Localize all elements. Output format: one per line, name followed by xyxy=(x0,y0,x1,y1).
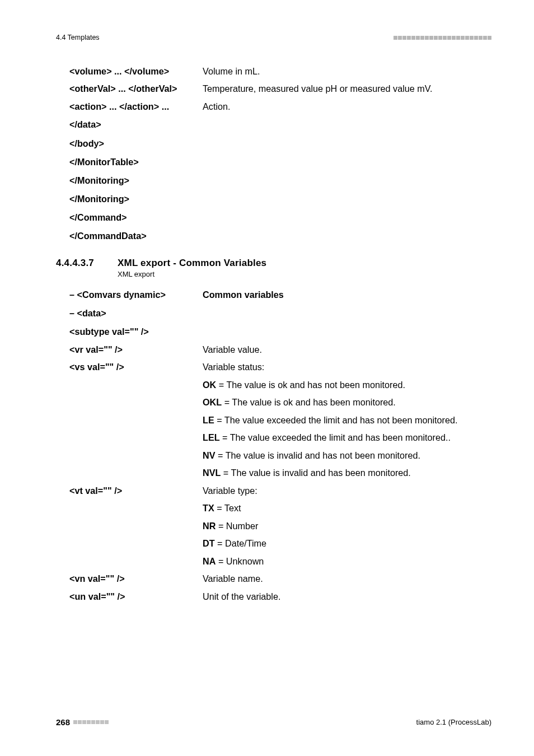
xml-tag: </body> xyxy=(69,137,203,151)
xml-tag: <subtype val="" /> xyxy=(69,325,203,339)
xml-tag: – <data> xyxy=(69,306,203,320)
footer-decoration xyxy=(73,720,109,724)
def-row: <action> ... </action> ... Action. xyxy=(69,100,491,113)
xml-tag: <volume> ... </volume> xyxy=(69,65,203,78)
breadcrumb: 4.4 Templates xyxy=(56,34,100,41)
def-row: – <Comvars dynamic> Common variables xyxy=(69,288,491,301)
status-text: = The value exceeded the limit and has b… xyxy=(220,432,451,442)
type-row: TX = Text xyxy=(69,502,491,515)
status-row: NV = The value is invalid and has not be… xyxy=(69,449,491,462)
xml-desc: Variable name. xyxy=(203,572,491,585)
type-row: NR = Number xyxy=(69,520,491,533)
status-text: = The value is invalid and has not been … xyxy=(216,450,420,460)
xml-tag: </data> xyxy=(69,118,203,132)
def-row: <vs val="" /> Variable status: xyxy=(69,361,491,374)
xml-tag: <vs val="" /> xyxy=(69,361,203,374)
xml-tag: <vr val="" /> xyxy=(69,343,203,356)
xml-tag: <otherVal> ... </otherVal> xyxy=(69,82,203,95)
type-row: NA = Unknown xyxy=(69,555,491,568)
status-row: LE = The value exceeded the limit and ha… xyxy=(69,414,491,427)
page-content: <volume> ... </volume> Volume in mL. <ot… xyxy=(56,65,491,603)
xml-tag: – <Comvars dynamic> xyxy=(69,288,203,301)
xml-desc: Common variables xyxy=(203,288,491,301)
page-number: 268 xyxy=(56,717,70,727)
section-heading: 4.4.4.3.7 XML export - Common Variables xyxy=(56,258,491,269)
xml-tag: <un val="" /> xyxy=(69,590,203,603)
xml-tag: </MonitorTable> xyxy=(69,155,203,169)
xml-tag: <action> ... </action> ... xyxy=(69,100,203,113)
status-code: NVL xyxy=(203,468,221,478)
xml-desc: Unit of the variable. xyxy=(203,590,491,603)
status-code: OKL xyxy=(203,397,222,407)
heading-subtitle: XML export xyxy=(118,270,491,278)
status-text: = The value is ok and has been monitored… xyxy=(222,397,396,407)
status-code: LE xyxy=(203,415,214,425)
type-code: NA xyxy=(203,556,216,566)
header-decoration xyxy=(394,36,491,40)
type-code: TX xyxy=(203,503,214,513)
product-name: tiamo 2.1 (ProcessLab) xyxy=(416,718,491,726)
type-code: NR xyxy=(203,521,216,531)
xml-tag: <vn val="" /> xyxy=(69,572,203,585)
def-row: <volume> ... </volume> Volume in mL. xyxy=(69,65,491,78)
xml-tag: <vt val="" /> xyxy=(69,484,203,497)
status-code: OK xyxy=(203,380,216,390)
xml-desc: Action. xyxy=(203,100,491,113)
status-row: NVL = The value is invalid and has been … xyxy=(69,466,491,479)
page-number-wrap: 268 xyxy=(56,717,109,727)
status-row: OKL = The value is ok and has been monit… xyxy=(69,396,491,409)
def-row: <vt val="" /> Variable type: xyxy=(69,484,491,497)
xml-desc: Temperature, measured value pH or measur… xyxy=(203,82,491,95)
xml-desc: Variable value. xyxy=(203,343,491,356)
status-text: = The value exceeded the limit and has n… xyxy=(214,415,458,425)
xml-tag: </Command> xyxy=(69,211,203,225)
page-footer: 268 tiamo 2.1 (ProcessLab) xyxy=(56,717,491,727)
type-row: DT = Date/Time xyxy=(69,537,491,550)
heading-title: XML export - Common Variables xyxy=(118,258,266,269)
status-row: OK = The value is ok and has not been mo… xyxy=(69,379,491,391)
xml-tag: </Monitoring> xyxy=(69,192,203,206)
xml-tag: </Monitoring> xyxy=(69,174,203,188)
type-text: = Date/Time xyxy=(215,538,267,548)
def-row: <vn val="" /> Variable name. xyxy=(69,572,491,585)
xml-tag: </CommandData> xyxy=(69,229,203,243)
status-text: = The value is invalid and has been moni… xyxy=(221,468,410,478)
type-text: = Text xyxy=(214,503,241,513)
status-row: LEL = The value exceeded the limit and h… xyxy=(69,431,491,444)
type-text: = Number xyxy=(216,521,258,531)
status-text: = The value is ok and has not been monit… xyxy=(216,380,405,390)
type-code: DT xyxy=(203,538,215,548)
def-row: <un val="" /> Unit of the variable. xyxy=(69,590,491,603)
def-row: <vr val="" /> Variable value. xyxy=(69,343,491,356)
xml-desc: Variable type: xyxy=(203,484,491,497)
status-code: LEL xyxy=(203,432,220,442)
status-code: NV xyxy=(203,450,216,460)
def-row: <otherVal> ... </otherVal> Temperature, … xyxy=(69,82,491,95)
page-header: 4.4 Templates xyxy=(56,34,491,41)
heading-number: 4.4.4.3.7 xyxy=(56,258,118,269)
xml-desc: Variable status: xyxy=(203,361,491,374)
xml-desc: Volume in mL. xyxy=(203,65,491,78)
type-text: = Unknown xyxy=(216,556,264,566)
